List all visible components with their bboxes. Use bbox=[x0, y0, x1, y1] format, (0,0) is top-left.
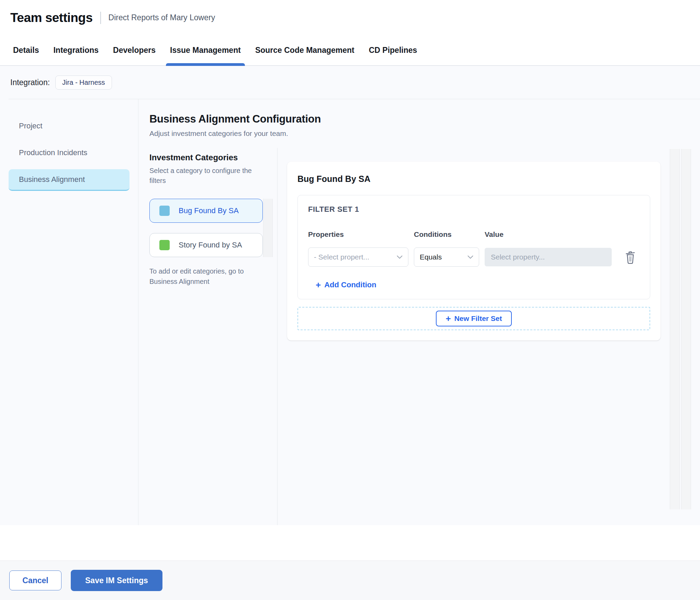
content-area: Integration: Jira - Harness Project Prod… bbox=[0, 66, 700, 525]
scrollbar-track-outer[interactable] bbox=[681, 149, 691, 509]
tab-source-code-management[interactable]: Source Code Management bbox=[255, 35, 354, 65]
integration-row: Integration: Jira - Harness bbox=[0, 66, 700, 99]
category-list: Bug Found By SA Story Found by SA bbox=[149, 199, 263, 257]
tab-developers[interactable]: Developers bbox=[113, 35, 156, 65]
category-color-swatch-green bbox=[159, 240, 170, 250]
integration-label: Integration: bbox=[10, 78, 50, 87]
tab-cd-pipelines[interactable]: CD Pipelines bbox=[369, 35, 417, 65]
investment-categories-heading: Investment Categories bbox=[149, 153, 277, 162]
tab-bar: Details Integrations Developers Issue Ma… bbox=[0, 35, 700, 66]
sidebar-item-business-alignment[interactable]: Business Alignment bbox=[9, 169, 129, 191]
scrollbar-track-inner[interactable] bbox=[670, 149, 680, 509]
page-subtitle: Direct Reports of Mary Lowery bbox=[109, 13, 215, 22]
footer-bar: Cancel Save IM Settings bbox=[0, 561, 700, 600]
add-condition-button[interactable]: + Add Condition bbox=[316, 280, 376, 289]
config-subtitle: Adjust investment categories for your te… bbox=[149, 129, 700, 138]
plus-icon: + bbox=[316, 281, 321, 289]
config-title: Business Alignment Configuration bbox=[149, 113, 700, 125]
cancel-button[interactable]: Cancel bbox=[9, 570, 61, 590]
filter-card-title: Bug Found By SA bbox=[297, 174, 650, 184]
condition-grid: Properties Conditions Value - Select pro… bbox=[308, 230, 640, 267]
title-divider bbox=[100, 12, 101, 24]
property-select[interactable]: - Select propert... bbox=[308, 247, 408, 267]
value-column-header: Value bbox=[485, 230, 612, 239]
investment-categories-description: Select a category to configure the filte… bbox=[149, 166, 264, 186]
value-input[interactable] bbox=[485, 248, 612, 266]
category-list-scrollbar[interactable] bbox=[263, 199, 273, 257]
categories-note: To add or edit categories, go to Busines… bbox=[149, 266, 264, 287]
chevron-down-icon bbox=[467, 255, 473, 259]
save-im-settings-button[interactable]: Save IM Settings bbox=[71, 570, 162, 591]
plus-icon: + bbox=[445, 315, 451, 322]
settings-sidebar: Project Production Incidents Business Al… bbox=[0, 99, 138, 525]
category-story-found-by-sa[interactable]: Story Found by SA bbox=[149, 233, 263, 257]
new-filter-set-button[interactable]: + New Filter Set bbox=[436, 311, 511, 326]
content-footer-gap bbox=[0, 525, 700, 561]
delete-condition-button[interactable] bbox=[624, 250, 636, 264]
category-bug-found-by-sa[interactable]: Bug Found By SA bbox=[149, 199, 263, 223]
property-select-placeholder: - Select propert... bbox=[314, 253, 369, 261]
new-filter-set-dropzone: + New Filter Set bbox=[297, 307, 650, 330]
condition-select[interactable]: Equals bbox=[414, 247, 479, 267]
condition-select-value: Equals bbox=[420, 253, 442, 261]
settings-body: Project Production Incidents Business Al… bbox=[0, 99, 700, 525]
tab-issue-management[interactable]: Issue Management bbox=[170, 35, 241, 65]
filter-panel-column: Bug Found By SA FILTER SET 1 Properties … bbox=[278, 148, 700, 525]
new-filter-set-label: New Filter Set bbox=[454, 314, 502, 323]
category-label: Story Found by SA bbox=[179, 241, 242, 250]
page-title: Team settings bbox=[10, 11, 93, 25]
filter-set-title: FILTER SET 1 bbox=[308, 205, 640, 214]
category-label: Bug Found By SA bbox=[179, 206, 239, 215]
chevron-down-icon bbox=[397, 255, 403, 259]
add-condition-label: Add Condition bbox=[324, 280, 376, 289]
investment-categories-column: Investment Categories Select a category … bbox=[149, 148, 277, 525]
category-filter-card: Bug Found By SA FILTER SET 1 Properties … bbox=[287, 162, 661, 341]
team-settings-page: Team settings Direct Reports of Mary Low… bbox=[0, 0, 700, 600]
page-header: Team settings Direct Reports of Mary Low… bbox=[0, 0, 700, 35]
sidebar-item-project[interactable]: Project bbox=[9, 116, 129, 136]
integration-chip[interactable]: Jira - Harness bbox=[55, 76, 112, 90]
conditions-column-header: Conditions bbox=[414, 230, 479, 239]
sidebar-item-production-incidents[interactable]: Production Incidents bbox=[9, 142, 129, 163]
properties-column-header: Properties bbox=[308, 230, 408, 239]
tab-details[interactable]: Details bbox=[13, 35, 39, 65]
filter-set-1: FILTER SET 1 Properties Conditions Value… bbox=[297, 195, 650, 299]
config-main: Business Alignment Configuration Adjust … bbox=[138, 99, 700, 525]
category-color-swatch-blue bbox=[159, 206, 170, 216]
tab-integrations[interactable]: Integrations bbox=[53, 35, 99, 65]
trash-icon bbox=[624, 250, 636, 264]
